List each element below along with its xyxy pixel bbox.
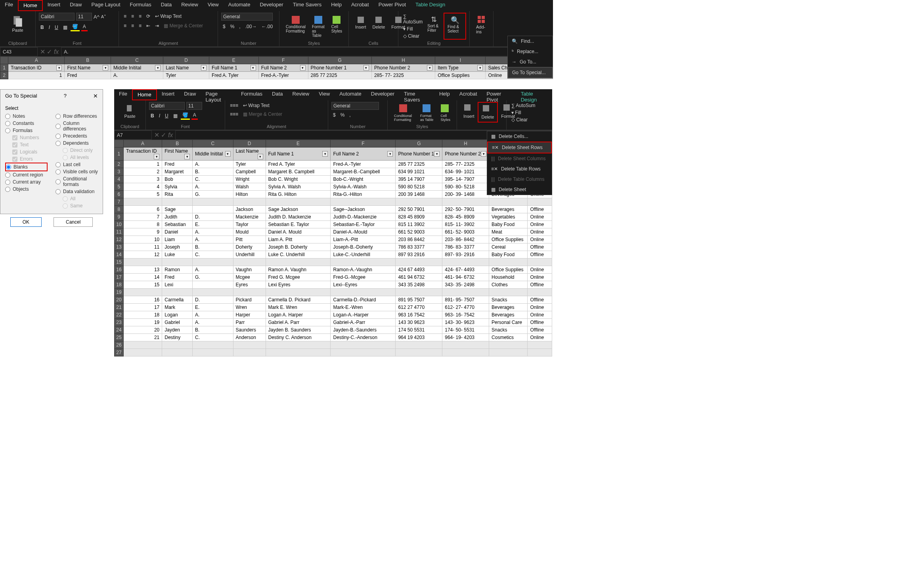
cell[interactable]: [193, 281, 233, 289]
fill-color-button[interactable]: 🪣: [71, 23, 80, 31]
cell[interactable]: 17: [123, 304, 162, 311]
cell[interactable]: E.: [193, 221, 233, 228]
radio-objects[interactable]: Objects: [5, 186, 48, 193]
fill-button[interactable]: ▾ Fill: [402, 25, 424, 33]
cell[interactable]: E.: [193, 304, 233, 311]
cell[interactable]: Margaret: [162, 168, 193, 176]
cell[interactable]: Margaret B. Campbell: [266, 168, 331, 176]
merge-center-button[interactable]: ▦ Merge & Center: [162, 22, 205, 29]
cell[interactable]: Offline: [528, 296, 552, 304]
select-all-corner[interactable]: [0, 57, 8, 64]
cell[interactable]: Vegetables: [489, 213, 528, 221]
cell[interactable]: 891- 95- 7507: [442, 296, 489, 304]
cell[interactable]: Sage Jackson: [266, 206, 331, 213]
cell[interactable]: Joseph-B.-Doherty: [331, 243, 396, 251]
menu-power-pivot[interactable]: Power Pivot: [374, 0, 411, 11]
row-1-header[interactable]: 1: [0, 64, 8, 72]
menu-draw[interactable]: Draw: [179, 89, 201, 100]
dropdown-find[interactable]: 🔍Find...: [508, 36, 553, 46]
filter-icon[interactable]: ▾: [387, 151, 393, 157]
select-all-corner[interactable]: [115, 140, 124, 148]
cell[interactable]: 143- 30- 9623: [442, 319, 489, 326]
radio-notes[interactable]: Notes: [5, 113, 48, 120]
cell[interactable]: B.: [193, 168, 233, 176]
cell[interactable]: Sage: [162, 206, 193, 213]
cell[interactable]: Daniel A. Mould: [266, 228, 331, 236]
cell[interactable]: [193, 206, 233, 213]
cell[interactable]: Liam A. Pitt: [266, 236, 331, 243]
header-cell[interactable]: Phone Number 2▾: [442, 148, 489, 161]
cell[interactable]: Underhill: [233, 251, 266, 259]
cell[interactable]: [489, 349, 528, 356]
cell[interactable]: Jackson: [233, 206, 266, 213]
align-middle-icon[interactable]: ≡: [130, 13, 136, 20]
cell[interactable]: 963 16 7542: [396, 311, 442, 319]
cell[interactable]: [442, 349, 489, 356]
cell[interactable]: 815- 11- 3902: [442, 221, 489, 228]
col-a[interactable]: A: [123, 140, 162, 148]
cell[interactable]: Beverages: [489, 206, 528, 213]
cell[interactable]: Destiny C. Anderson: [266, 334, 331, 341]
cell[interactable]: Mcgee: [233, 274, 266, 281]
cell[interactable]: 285- 77- 2325: [442, 161, 489, 168]
currency-button[interactable]: $: [221, 23, 227, 30]
header-cell[interactable]: Last Name▾: [163, 64, 209, 72]
dropdown-goto-special[interactable]: Go To Special...: [508, 67, 553, 78]
cell[interactable]: 1: [8, 72, 65, 79]
name-box-bottom[interactable]: [114, 130, 152, 140]
menu-data[interactable]: Data: [267, 89, 287, 100]
menu-insert[interactable]: Insert: [43, 0, 65, 11]
radio-last-cell[interactable]: Last cell: [55, 161, 98, 168]
row-header[interactable]: 21: [115, 304, 124, 311]
cell[interactable]: Harper: [233, 311, 266, 319]
cell[interactable]: Fred: [65, 72, 111, 79]
header-cell[interactable]: Phone Number 2▾: [371, 64, 435, 72]
row-header[interactable]: 8: [115, 206, 124, 213]
cell[interactable]: Campbell: [233, 168, 266, 176]
cell[interactable]: Lexi--Eyres: [331, 281, 396, 289]
bold-button[interactable]: B: [39, 24, 46, 31]
cell[interactable]: Offline: [528, 243, 552, 251]
col-d[interactable]: D: [163, 57, 209, 64]
cell[interactable]: 5: [123, 191, 162, 198]
underline-button[interactable]: U: [163, 112, 170, 119]
menu-power-pivot[interactable]: Power Pivot: [482, 89, 516, 100]
align-top-icon[interactable]: ≡: [122, 13, 128, 20]
menu-help[interactable]: Help: [434, 89, 455, 100]
align-bottom-icon[interactable]: ≡: [137, 13, 143, 20]
cell[interactable]: Wright: [233, 176, 266, 183]
cell[interactable]: Meat: [489, 228, 528, 236]
cell[interactable]: Fred-A.-Tyler: [258, 72, 308, 79]
cell[interactable]: Fred A. Tyler: [209, 72, 258, 79]
filter-icon[interactable]: ▾: [225, 151, 231, 157]
cell[interactable]: Clothes: [489, 281, 528, 289]
font-name-select[interactable]: [149, 102, 185, 110]
row-header[interactable]: 17: [115, 274, 124, 281]
cell[interactable]: [442, 259, 489, 266]
cell[interactable]: 203 86 8442: [396, 236, 442, 243]
menu-developer[interactable]: Developer: [366, 89, 399, 100]
cell[interactable]: Ramon-A.-Vaughn: [331, 266, 396, 274]
header-cell[interactable]: Phone Number 1▾: [396, 148, 442, 161]
cell[interactable]: 10: [123, 236, 162, 243]
col-a[interactable]: A: [8, 57, 65, 64]
menu-data[interactable]: Data: [156, 0, 176, 11]
cell[interactable]: [266, 289, 331, 296]
cell[interactable]: [442, 198, 489, 206]
cell[interactable]: [331, 341, 396, 349]
cell-styles-button[interactable]: Cell Styles: [438, 102, 454, 124]
increase-font-icon[interactable]: A^: [94, 14, 99, 20]
cell[interactable]: Fred: [162, 274, 193, 281]
increase-indent-icon[interactable]: ⇥: [153, 22, 161, 29]
cell[interactable]: Cereal: [489, 243, 528, 251]
insert-button[interactable]: Insert: [460, 102, 478, 123]
cell[interactable]: Mark E. Wren: [266, 304, 331, 311]
decrease-indent-icon[interactable]: ⇤: [145, 22, 152, 29]
cell[interactable]: 634- 99- 1021: [442, 168, 489, 176]
filter-icon[interactable]: ▾: [300, 65, 306, 71]
cell[interactable]: Sebastian-E.-Taylor: [331, 221, 396, 228]
format-as-table-button[interactable]: Format as Table: [309, 13, 328, 40]
font-size-select[interactable]: [76, 13, 92, 21]
cell[interactable]: Online: [528, 274, 552, 281]
cell[interactable]: [123, 259, 162, 266]
